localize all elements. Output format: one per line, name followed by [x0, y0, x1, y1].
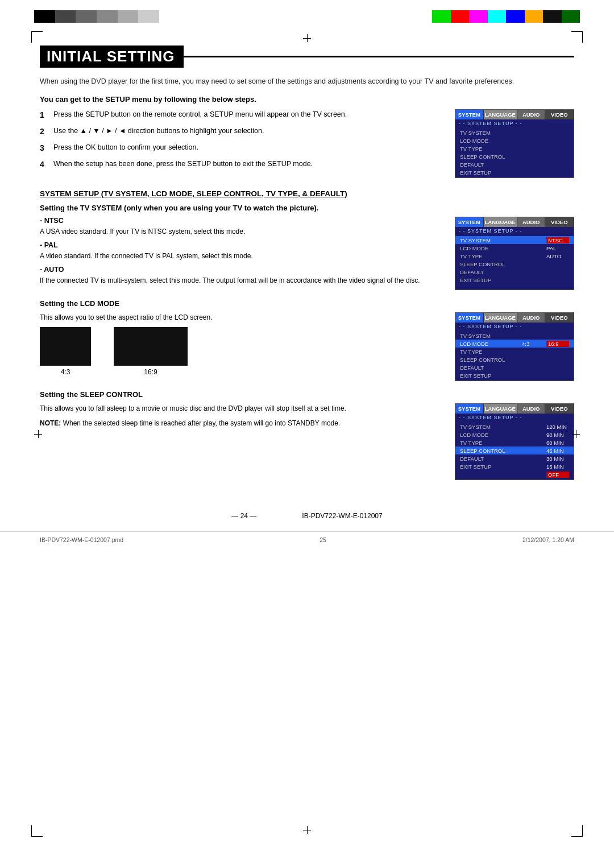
lcd-images: 4:3 16:9 — [40, 327, 443, 376]
footer-page: 25 — [320, 536, 326, 543]
menu-item-sleep-control: SLEEP CONTROL — [455, 152, 574, 160]
lcd-169-label: 16:9 — [144, 368, 157, 376]
menu-item-lcd-mode: LCD MODE — [455, 137, 574, 144]
lcd-169-image — [114, 327, 188, 366]
tab-audio-4: AUDIO — [517, 404, 546, 414]
sleep-left-col: This allows you to fall asleep to a movi… — [40, 403, 443, 480]
pal-heading: - PAL — [40, 241, 443, 249]
menu-tabs-4: SYSTEM LANGUAGE AUDIO VIDEO — [455, 404, 574, 414]
tv-system-text: - NTSC A USA video standard. If your TV … — [40, 217, 443, 290]
menu-item-exit-2: EXIT SETUP — [455, 276, 574, 284]
steps-section: 1 Press the SETUP button on the remote c… — [40, 109, 574, 178]
menu-header-1: - - SYSTEM SETUP - - — [455, 119, 574, 127]
menu-item-exit-3: EXIT SETUP — [455, 371, 574, 379]
pal-body: A video standard. If the connected TV is… — [40, 251, 443, 261]
menu-items-3: TV SYSTEM LCD MODE 4:3 16:9 TV TYPE SLEE… — [455, 330, 574, 381]
menu-exit-4: EXIT SETUP15 MIN — [455, 462, 574, 470]
tab-language-1: LANGUAGE — [484, 110, 517, 119]
lcd-val-169: 16:9 — [546, 341, 569, 347]
lcd-169-group: 16:9 — [114, 327, 188, 376]
title-underline — [184, 56, 574, 57]
tab-system-1: SYSTEM — [455, 110, 484, 119]
menu-items-2: TV SYSTEM NTSC LCD MODE PAL TV TYPE AUTO… — [455, 235, 574, 285]
menu-extra-4: OFF — [455, 470, 574, 478]
tab-audio-2: AUDIO — [517, 217, 546, 227]
menu-tabs-2: SYSTEM LANGUAGE AUDIO VIDEO — [455, 217, 574, 227]
menu-item-lcd-mode-2: LCD MODE PAL — [455, 244, 574, 252]
tab-language-3: LANGUAGE — [484, 313, 517, 323]
intro-text: When using the DVD player for the first … — [40, 76, 574, 87]
step-4: 4 When the setup has been done, press th… — [40, 159, 443, 171]
menu-screenshot-4: SYSTEM LANGUAGE AUDIO VIDEO - - SYSTEM S… — [455, 403, 574, 480]
lcd-left-col: This allows you to set the aspect ratio … — [40, 312, 443, 381]
tab-language-4: LANGUAGE — [484, 404, 517, 414]
menu-item-sleep-3: SLEEP CONTROL — [455, 356, 574, 363]
sleep-note: NOTE: When the selected sleep time is re… — [40, 418, 443, 428]
lcd-43-group: 4:3 — [40, 327, 91, 376]
menu-item-tv-type: TV TYPE — [455, 144, 574, 152]
lcd-43-image — [40, 327, 91, 366]
page-footer: — 24 — IB-PDV722-WM-E-012007 — [0, 506, 614, 526]
menu-item-tv-system: TV SYSTEM — [455, 129, 574, 137]
menu-items-4: TV SYSTEM120 MIN LCD MODE90 MIN TV TYPE6… — [455, 421, 574, 480]
menu-tabs-3: SYSTEM LANGUAGE AUDIO VIDEO — [455, 313, 574, 323]
menu-header-4: - - SYSTEM SETUP - - — [455, 414, 574, 421]
menu-header-3: - - SYSTEM SETUP - - — [455, 323, 574, 330]
lcd-mode-section: This allows you to set the aspect ratio … — [40, 312, 574, 381]
tab-video-2: VIDEO — [545, 217, 574, 227]
sleep-control-body: This allows you to fall asleep to a movi… — [40, 403, 443, 414]
bottom-meta: IB-PDV722-WM-E-012007.pmd 25 2/12/2007, … — [0, 531, 614, 548]
step-2: 2 Use the ▲ / ▼ / ► / ◄ direction button… — [40, 126, 443, 138]
tv-system-val: NTSC — [546, 237, 569, 243]
ntsc-body: A USA video standard. If your TV is NTSC… — [40, 226, 443, 237]
menu-item-tv-system-2: TV SYSTEM NTSC — [455, 236, 574, 244]
page-number: — 24 — — [231, 512, 256, 520]
lcd-val-43: 4:3 — [522, 341, 545, 347]
lcd-mode-body: This allows you to set the aspect ratio … — [40, 312, 443, 323]
tab-system-3: SYSTEM — [455, 313, 484, 323]
menu-item-lcd-3: LCD MODE 4:3 16:9 — [455, 340, 574, 348]
menu-item-exit-setup: EXIT SETUP — [455, 168, 574, 176]
step-1: 1 Press the SETUP button on the remote c… — [40, 109, 443, 121]
menu-lcd-4: LCD MODE90 MIN — [455, 431, 574, 439]
menu-tabs-1: SYSTEM LANGUAGE AUDIO VIDEO — [455, 110, 574, 119]
tv-system-subtitle: Setting the TV SYSTEM (only when you are… — [40, 204, 574, 212]
color-bars — [0, 0, 614, 23]
tab-system-4: SYSTEM — [455, 404, 484, 414]
menu-item-default: DEFAULT — [455, 160, 574, 168]
menu-header-2: - - SYSTEM SETUP - - — [455, 227, 574, 235]
menu-screenshot-3: SYSTEM LANGUAGE AUDIO VIDEO - - SYSTEM S… — [455, 312, 574, 381]
menu-item-default-3: DEFAULT — [455, 363, 574, 371]
page-title: INITIAL SETTING — [40, 46, 184, 68]
sleep-control-title: Setting the SLEEP CONTROL — [40, 390, 574, 399]
menu-default-4: DEFAULT30 MIN — [455, 454, 574, 462]
tab-audio-3: AUDIO — [517, 313, 546, 323]
menu-item-tv-type-2: TV TYPE AUTO — [455, 252, 574, 260]
tab-system-2: SYSTEM — [455, 217, 484, 227]
menu-sleep-4: SLEEP CONTROL45 MIN — [455, 447, 574, 454]
sleep-off-val: OFF — [546, 472, 569, 478]
footer-filename: IB-PDV722-WM-E-012007.pmd — [40, 536, 123, 543]
menu-item-default-2: DEFAULT — [455, 268, 574, 276]
doc-code: IB-PDV722-WM-E-012007 — [302, 512, 382, 520]
auto-body: If the connected TV is multi-system, sel… — [40, 275, 443, 286]
menu-screenshot-1: SYSTEM LANGUAGE AUDIO VIDEO - - SYSTEM S… — [455, 109, 574, 178]
system-setup-heading: SYSTEM SETUP (TV SYSTEM, LCD MODE, SLEEP… — [40, 189, 574, 198]
menu-items-1: TV SYSTEM LCD MODE TV TYPE SLEEP CONTROL… — [455, 127, 574, 177]
step-3: 3 Press the OK button to confirm your se… — [40, 142, 443, 154]
setup-steps-title: You can get to the SETUP menu by followi… — [40, 95, 574, 104]
menu-item-tv-sys-3: TV SYSTEM — [455, 332, 574, 340]
menu-tv-sys-4: TV SYSTEM120 MIN — [455, 423, 574, 431]
tab-audio-1: AUDIO — [517, 110, 546, 119]
tab-video-1: VIDEO — [545, 110, 574, 119]
tv-system-block: - NTSC A USA video standard. If your TV … — [40, 217, 574, 290]
auto-heading: - AUTO — [40, 266, 443, 274]
menu-screenshot-2: SYSTEM LANGUAGE AUDIO VIDEO - - SYSTEM S… — [455, 217, 574, 290]
footer-date: 2/12/2007, 1:20 AM — [522, 536, 574, 543]
ntsc-heading: - NTSC — [40, 217, 443, 225]
tab-video-3: VIDEO — [545, 313, 574, 323]
color-bar-left — [34, 10, 159, 23]
color-bar-right — [432, 10, 580, 23]
sleep-section: This allows you to fall asleep to a movi… — [40, 403, 574, 480]
lcd-mode-title: Setting the LCD MODE — [40, 299, 574, 308]
